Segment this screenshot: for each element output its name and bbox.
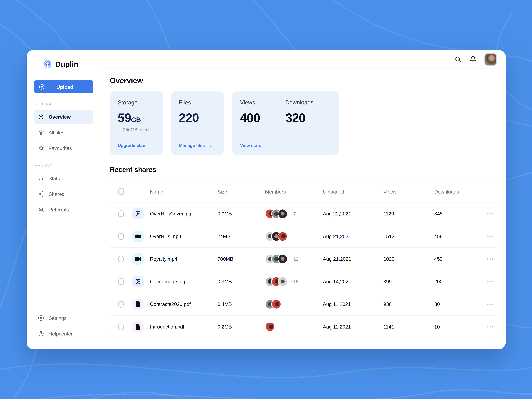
upload-label: Upload <box>45 84 85 90</box>
uploaded-date: Aug 14,2021 <box>323 279 383 284</box>
gear-icon <box>38 315 44 321</box>
downloads-count: 345 <box>434 211 483 216</box>
file-name[interactable]: Contracts2020.pdf <box>150 301 217 307</box>
member-avatar <box>278 277 288 286</box>
view-stats-link[interactable]: View stats → <box>240 143 331 148</box>
row-checkbox[interactable] <box>118 301 124 307</box>
row-checkbox[interactable] <box>118 278 124 285</box>
row-menu-button[interactable] <box>483 258 497 260</box>
sidebar-item-all-files[interactable]: All files <box>34 126 93 139</box>
sidebar-item-shared[interactable]: Shared <box>34 187 93 201</box>
members-avatars: +7 <box>265 209 323 219</box>
members-avatars: +12 <box>265 254 323 264</box>
sidebar-item-label: Shared <box>49 191 65 197</box>
table-row: OverHills.mp4 24MB Aug 21,2021 1512 458 <box>110 225 497 247</box>
search-icon[interactable] <box>455 56 462 63</box>
manage-files-link[interactable]: Manage files → <box>179 143 216 148</box>
uploaded-date: Aug 22,2021 <box>323 211 383 216</box>
files-label: Files <box>179 99 216 106</box>
topbar <box>101 50 506 69</box>
bar-chart-icon <box>38 175 44 182</box>
uploaded-date: Aug 21,2021 <box>323 256 383 262</box>
pdf-file-icon <box>132 298 144 310</box>
sidebar-item-settings[interactable]: Settings <box>34 311 93 325</box>
file-name[interactable]: OverHills.mp4 <box>150 234 217 239</box>
member-avatar <box>265 322 275 332</box>
sidebar-item-referrals[interactable]: Referrals <box>34 203 93 216</box>
table-row: CoverImage.jpg 0.9MB +15 Aug 14,2021 399… <box>110 270 497 293</box>
sidebar-item-label: Overview <box>49 114 71 120</box>
row-checkbox[interactable] <box>118 256 124 262</box>
file-name[interactable]: OverHillsCover.jpg <box>150 211 217 216</box>
file-size: 700MB <box>217 256 265 262</box>
table-row: OverHillsCover.jpg 0.9MB +7 Aug 22,2021 … <box>110 202 497 225</box>
users-icon <box>38 207 44 213</box>
help-circle-icon <box>38 330 44 337</box>
downloads-count: 453 <box>434 256 483 262</box>
views-downloads-card: Views 400 Downloads 320 View stats → <box>232 91 339 155</box>
downloads-value: 320 <box>285 112 331 124</box>
views-count: 1141 <box>383 324 434 329</box>
bell-icon[interactable] <box>469 56 476 63</box>
file-name[interactable]: Royalty.mp4 <box>150 256 217 262</box>
select-all-checkbox[interactable] <box>118 188 124 195</box>
members-avatars <box>265 231 323 241</box>
sidebar: Duplin Upload GENERAL Overview All fil <box>27 50 101 349</box>
pdf-file-icon <box>132 321 144 332</box>
sidebar-item-favourites[interactable]: Favourites <box>34 141 93 155</box>
arrow-right-icon: → <box>148 143 152 148</box>
sidebar-item-label: Helpcenter <box>49 331 73 336</box>
file-name[interactable]: CoverImage.jpg <box>150 279 217 284</box>
row-menu-button[interactable] <box>483 326 497 327</box>
recent-shares-title: Recent shares <box>110 165 497 174</box>
video-file-icon <box>132 253 144 265</box>
views-value: 400 <box>240 112 285 124</box>
row-menu-button[interactable] <box>483 304 497 305</box>
views-count: 1512 <box>383 234 434 239</box>
sidebar-item-stats[interactable]: Stats <box>34 171 93 185</box>
share-nodes-icon <box>38 191 44 197</box>
view-stats-label: View stats <box>240 143 261 148</box>
sidebar-item-overview[interactable]: Overview <box>34 110 93 124</box>
file-name[interactable]: Introduction.pdf <box>150 324 217 329</box>
views-count: 399 <box>383 279 434 284</box>
downloads-count: 30 <box>434 301 483 307</box>
sidebar-item-label: Favourites <box>49 145 72 151</box>
members-avatars <box>265 322 323 332</box>
views-label: Views <box>240 99 285 106</box>
file-size: 0.9MB <box>217 279 265 284</box>
row-menu-button[interactable] <box>483 236 497 237</box>
uploaded-date: Aug 11,2021 <box>323 324 383 329</box>
views-downloads-pair: Views 400 Downloads 320 <box>240 99 331 124</box>
col-header-uploaded: Uploaded <box>323 189 383 194</box>
image-file-icon <box>132 276 144 287</box>
duplin-logo-icon <box>43 59 52 70</box>
row-checkbox[interactable] <box>118 233 124 240</box>
table-header-row: Name Size Members Uploaded Views Downloa… <box>110 181 497 202</box>
main-content: Overview Storage 59GB of 250GB used Upgr… <box>101 69 506 349</box>
upload-button[interactable]: Upload <box>34 80 93 93</box>
storage-card: Storage 59GB of 250GB used Upgrade plan … <box>110 91 163 155</box>
members-avatars: +15 <box>265 277 323 286</box>
sidebar-item-helpcenter[interactable]: Helpcenter <box>34 327 93 341</box>
col-header-name: Name <box>150 189 217 194</box>
user-avatar[interactable] <box>484 53 497 66</box>
storage-label: Storage <box>118 99 155 106</box>
upgrade-plan-link[interactable]: Upgrade plan → <box>118 143 155 148</box>
members-extra-count: +15 <box>291 279 298 284</box>
sidebar-item-label: All files <box>49 130 64 135</box>
row-menu-button[interactable] <box>483 281 497 282</box>
downloads-count: 200 <box>434 279 483 284</box>
row-menu-button[interactable] <box>483 213 497 214</box>
uploaded-date: Aug 11,2021 <box>323 301 383 307</box>
row-checkbox[interactable] <box>118 210 124 217</box>
member-avatar <box>271 299 281 309</box>
row-checkbox[interactable] <box>118 323 124 330</box>
file-size: 0.9MB <box>217 211 265 216</box>
storage-unit: GB <box>131 116 141 123</box>
downloads-count: 458 <box>434 234 483 239</box>
page-title: Overview <box>110 76 497 85</box>
section-label-manage: MANAGE <box>35 164 93 168</box>
stat-cards: Storage 59GB of 250GB used Upgrade plan … <box>110 91 497 155</box>
col-header-size: Size <box>217 189 265 194</box>
